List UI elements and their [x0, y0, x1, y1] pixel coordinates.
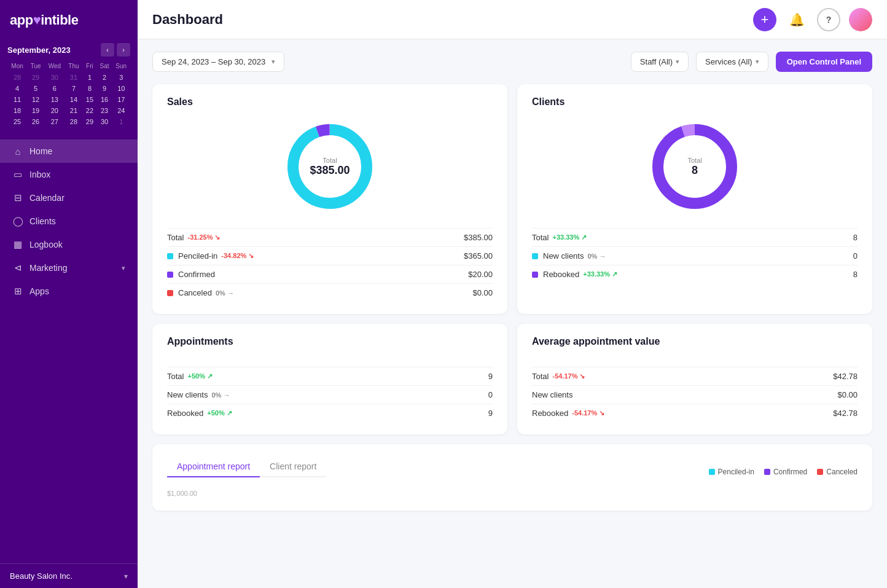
canceled-change: 0% → — [216, 289, 234, 297]
sidebar-item-apps-label: Apps — [29, 286, 49, 296]
calendar-day[interactable]: 27 — [44, 116, 65, 127]
legend-penciled-in-dot — [709, 469, 715, 475]
calendar-day[interactable]: 31 — [65, 72, 82, 83]
confirmed-label: Confirmed — [178, 270, 215, 279]
calendar-day[interactable]: 4 — [7, 83, 27, 94]
calendar-day[interactable]: 12 — [27, 94, 44, 105]
appointments-rebooked-change: +50% ↗ — [207, 409, 232, 417]
calendar-day[interactable]: 11 — [7, 94, 27, 105]
calendar-day[interactable]: 7 — [65, 83, 82, 94]
penciled-in-change: -34.82% ↘ — [221, 252, 254, 260]
calendar-day[interactable]: 28 — [7, 72, 27, 83]
calendar-day[interactable]: 16 — [97, 94, 112, 105]
sidebar-item-inbox[interactable]: ▭ Inbox — [0, 163, 138, 186]
calendar-day[interactable]: 26 — [27, 116, 44, 127]
clients-total-value: 8 — [853, 233, 858, 242]
tab-appointment-report[interactable]: Appointment report — [167, 457, 260, 477]
calendar-day[interactable]: 13 — [44, 94, 65, 105]
new-clients-label: New clients — [543, 251, 584, 261]
inbox-icon: ▭ — [12, 169, 23, 180]
calendar-day[interactable]: 20 — [44, 105, 65, 116]
calendar-day[interactable]: 3 — [112, 72, 130, 83]
date-filter-chevron-icon: ▾ — [272, 58, 275, 66]
tab-client-report[interactable]: Client report — [260, 457, 326, 477]
help-button[interactable]: ? — [817, 8, 840, 31]
calendar-day[interactable]: 17 — [112, 94, 130, 105]
calendar-month: September, 2023 — [7, 45, 71, 55]
avg-stat-new: New clients $0.00 — [532, 385, 858, 404]
appointments-total-change: +50% ↗ — [187, 372, 213, 380]
calendar-day[interactable]: 25 — [7, 116, 27, 127]
calendar-day[interactable]: 14 — [65, 94, 82, 105]
calendar-day[interactable]: 15 — [82, 94, 97, 105]
open-control-panel-button[interactable]: Open Control Panel — [776, 52, 872, 72]
services-filter[interactable]: Services (All) ▾ — [696, 52, 768, 72]
calendar-day[interactable]: 30 — [44, 72, 65, 83]
apps-icon: ⊞ — [12, 286, 23, 297]
calendar-day[interactable]: 22 — [82, 105, 97, 116]
date-range-filter[interactable]: Sep 24, 2023 – Sep 30, 2023 ▾ — [152, 52, 284, 72]
sidebar-item-clients[interactable]: ◯ Clients — [0, 210, 138, 233]
staff-filter[interactable]: Staff (All) ▾ — [631, 52, 689, 72]
notifications-button[interactable]: 🔔 — [785, 8, 808, 31]
services-filter-label: Services (All) — [705, 57, 752, 66]
calendar-day[interactable]: 19 — [27, 105, 44, 116]
avg-rebooked-value: $42.78 — [833, 409, 858, 418]
sidebar-item-home[interactable]: ⌂ Home — [0, 139, 138, 163]
avg-stat-rebooked: Rebooked -54.17% ↘ $42.78 — [532, 404, 858, 422]
new-clients-value: 0 — [853, 251, 858, 261]
sidebar-item-apps[interactable]: ⊞ Apps — [0, 280, 138, 303]
calendar-day[interactable]: 29 — [82, 116, 97, 127]
avg-value-card: Average appointment value Total -54.17% … — [517, 324, 872, 434]
weekday-fri: Fri — [82, 61, 97, 72]
calendar-day[interactable]: 29 — [27, 72, 44, 83]
avg-total-label: Total — [532, 372, 549, 381]
legend-canceled-label: Canceled — [826, 468, 858, 476]
rebooked-value: 8 — [853, 270, 858, 279]
avatar[interactable] — [849, 8, 872, 31]
calendar-day[interactable]: 2 — [97, 72, 112, 83]
clients-stat-rebooked: Rebooked +33.33% ↗ 8 — [532, 265, 858, 283]
staff-filter-chevron-icon: ▾ — [676, 58, 679, 66]
calendar-day[interactable]: 1 — [112, 116, 130, 127]
calendar-day[interactable]: 6 — [44, 83, 65, 94]
sidebar-item-marketing-label: Marketing — [29, 263, 67, 273]
report-tabs: Appointment report Client report — [167, 457, 326, 477]
content-area: Sep 24, 2023 – Sep 30, 2023 ▾ Staff (All… — [138, 39, 887, 588]
new-clients-change: 0% → — [587, 253, 606, 260]
calendar-day[interactable]: 10 — [112, 83, 130, 94]
rebooked-label: Rebooked — [543, 270, 579, 279]
calendar-day[interactable]: 30 — [97, 116, 112, 127]
cards-row-2: Appointments Total +50% ↗ 9 New clients … — [152, 324, 872, 434]
avg-rebooked-change: -54.17% ↘ — [572, 409, 604, 417]
clients-stat-total: Total +33.33% ↗ 8 — [532, 228, 858, 246]
appointments-total-value: 9 — [488, 372, 493, 381]
calendar-day[interactable]: 21 — [65, 105, 82, 116]
calendar-day[interactable]: 1 — [82, 72, 97, 83]
sidebar-bottom[interactable]: Beauty Salon Inc. ▾ — [0, 563, 138, 588]
sidebar: app♥intible September, 2023 ‹ › Mon Tue … — [0, 0, 138, 588]
calendar-section: September, 2023 ‹ › Mon Tue Wed Thu Fri … — [0, 38, 138, 135]
sales-card: Sales Total $385.00 — [152, 84, 507, 314]
sidebar-item-calendar[interactable]: ⊟ Calendar — [0, 186, 138, 210]
cards-row-1: Sales Total $385.00 — [152, 84, 872, 314]
calendar-day[interactable]: 28 — [65, 116, 82, 127]
rebooked-dot — [532, 272, 538, 278]
calendar-day[interactable]: 24 — [112, 105, 130, 116]
appointments-total-label: Total — [167, 372, 184, 381]
sidebar-item-logbook[interactable]: ▦ Logbook — [0, 233, 138, 256]
sales-stat-confirmed: Confirmed $20.00 — [167, 265, 493, 283]
calendar-day[interactable]: 18 — [7, 105, 27, 116]
calendar-next-button[interactable]: › — [117, 43, 130, 57]
legend-canceled: Canceled — [817, 468, 858, 476]
calendar-prev-button[interactable]: ‹ — [101, 43, 114, 57]
sales-card-title: Sales — [167, 96, 493, 108]
calendar-day[interactable]: 9 — [97, 83, 112, 94]
calendar-day[interactable]: 8 — [82, 83, 97, 94]
calendar-day[interactable]: 5 — [27, 83, 44, 94]
sidebar-item-marketing[interactable]: ⊲ Marketing ▾ — [0, 256, 138, 280]
calendar-day[interactable]: 23 — [97, 105, 112, 116]
clients-total-change: +33.33% ↗ — [552, 233, 587, 241]
appointments-stat-total: Total +50% ↗ 9 — [167, 367, 493, 385]
add-button[interactable]: + — [753, 8, 776, 31]
